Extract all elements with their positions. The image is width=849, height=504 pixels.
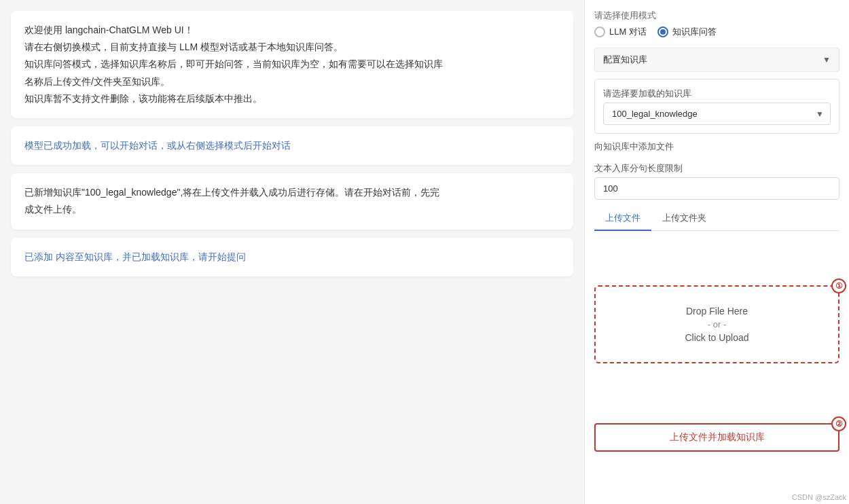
watermark: CSDN @szZack [792,493,846,501]
tab-upload-file[interactable]: 上传文件 [594,206,651,231]
drop-zone[interactable]: ① Drop File Here - or - Click to Upload [594,285,839,363]
llm-mode-option[interactable]: LLM 对话 [594,26,647,38]
text-length-section: 文本入库分句长度限制 100 [594,162,839,200]
mode-selection-section: 请选择使用模式 LLM 对话 知识库问答 [594,10,839,41]
model-loaded-bubble: 模型已成功加载，可以开始对话，或从右侧选择模式后开始对话 [11,126,573,165]
knowledge-added-bubble: 已新增知识库"100_legal_knowledge",将在上传文件并载入成功后… [11,173,573,229]
drop-zone-main-text: Drop File Here [686,306,748,317]
left-panel: 欢迎使用 langchain-ChatGLM Web UI！ 请在右侧切换模式，… [0,0,584,504]
kb-mode-label: 知识库问答 [672,26,717,38]
mode-label: 请选择使用模式 [594,10,839,22]
text-length-input[interactable]: 100 [594,177,839,200]
kb-select-section: 请选择要加载的知识库 100_legal_knowledge ▼ [603,88,831,125]
upload-button-label: 上传文件并加载知识库 [670,431,765,442]
chevron-down-icon: ▼ [823,55,831,65]
kb-mode-option[interactable]: 知识库问答 [657,26,717,38]
welcome-line-4: 名称后上传文件/文件夹至知识库。 [24,73,560,90]
add-files-label: 向知识库中添加文件 [594,141,839,153]
config-header[interactable]: 配置知识库 ▼ [594,48,839,72]
kb-select-label: 请选择要加载的知识库 [603,88,831,100]
welcome-line-5: 知识库暂不支持文件删除，该功能将在后续版本中推出。 [24,90,560,107]
welcome-line-2: 请在右侧切换模式，目前支持直接与 LLM 模型对话或基于本地知识库问答。 [24,39,560,56]
llm-mode-label: LLM 对话 [609,26,647,38]
upload-btn-badge: ② [831,416,846,431]
text-length-label: 文本入库分句长度限制 [594,162,839,175]
drop-zone-click-text: Click to Upload [685,332,748,343]
kb-dropdown[interactable]: 100_legal_knowledge [603,103,831,125]
welcome-line-3: 知识库问答模式，选择知识库名称后，即可开始问答，当前知识库为空，如有需要可以在选… [24,56,560,73]
upload-tab-bar: 上传文件 上传文件夹 [594,206,839,231]
content-added-bubble: 已添加 内容至知识库，并已加载知识库，请开始提问 [11,238,573,276]
upload-area-spacer-2 [594,370,839,411]
drop-zone-wrapper: ① Drop File Here - or - Click to Upload [594,285,839,363]
upload-btn-area: 上传文件并加载知识库 ② [594,418,839,452]
kb-radio-circle [657,26,668,37]
mode-selector: LLM 对话 知识库问答 [594,26,839,38]
welcome-line-1: 欢迎使用 langchain-ChatGLM Web UI！ [24,22,560,39]
content-added-text: 已添加 内容至知识库，并已加载知识库，请开始提问 [24,251,246,262]
drop-zone-or-text: - or - [708,319,726,329]
welcome-bubble: 欢迎使用 langchain-ChatGLM Web UI！ 请在右侧切换模式，… [11,11,573,118]
knowledge-added-line-1: 已新增知识库"100_legal_knowledge",将在上传文件并载入成功后… [24,184,560,201]
drop-zone-badge-number: ① [831,278,846,293]
knowledge-added-line-2: 成文件上传。 [24,201,560,218]
kb-dropdown-wrap: 100_legal_knowledge ▼ [603,103,831,125]
config-header-label: 配置知识库 [603,54,647,66]
upload-area-spacer [594,238,839,278]
tab-upload-folder[interactable]: 上传文件夹 [651,206,717,231]
config-section: 请选择要加载的知识库 100_legal_knowledge ▼ [594,79,839,134]
model-loaded-text: 模型已成功加载，可以开始对话，或从右侧选择模式后开始对话 [24,140,291,151]
right-panel: 请选择使用模式 LLM 对话 知识库问答 配置知识库 ▼ 请选择要加载的知识库 … [584,0,849,504]
upload-button[interactable]: 上传文件并加载知识库 [594,423,839,452]
llm-radio-circle [594,26,605,37]
